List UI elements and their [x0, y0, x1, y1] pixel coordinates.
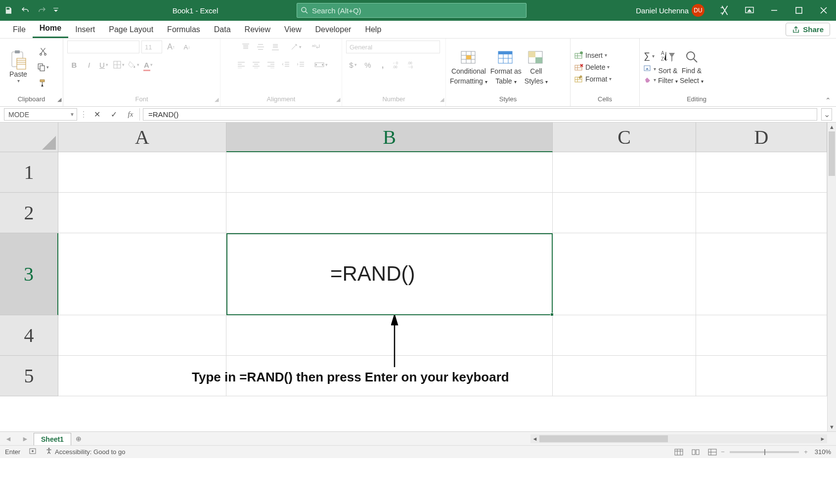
vscroll-thumb[interactable]: [829, 131, 835, 176]
worksheet-grid[interactable]: A B C D 1 2 3 4 5 =RAND() Type in =RAND(…: [0, 123, 836, 431]
share-button[interactable]: Share: [786, 23, 830, 36]
vertical-scrollbar[interactable]: ▲ ▼: [827, 123, 836, 431]
name-box[interactable]: MODE▼: [4, 108, 77, 121]
cell-b2[interactable]: [226, 193, 553, 233]
increase-decimal-button[interactable]: ←0.00: [391, 58, 404, 71]
sort-filter-button[interactable]: AZ Sort & Filter ▾: [658, 50, 678, 84]
cell-d2[interactable]: [696, 193, 827, 233]
cell-styles-button[interactable]: Cell Styles ▾: [525, 49, 548, 85]
italic-button[interactable]: I: [82, 58, 96, 71]
increase-font-button[interactable]: A↑: [164, 41, 178, 53]
tab-view[interactable]: View: [277, 21, 308, 38]
cell-b1[interactable]: [226, 152, 553, 193]
select-all-corner[interactable]: [0, 123, 58, 152]
close-button[interactable]: [811, 0, 836, 21]
horizontal-scrollbar[interactable]: ◄ ►: [530, 434, 827, 443]
user-name[interactable]: Daniel Uchenna: [636, 6, 692, 15]
fill-color-button[interactable]: ▾: [127, 58, 140, 71]
sheet-tab-sheet1[interactable]: Sheet1: [34, 433, 71, 445]
format-painter-button[interactable]: [36, 77, 50, 89]
align-center-button[interactable]: [249, 58, 263, 71]
qat-undo-button[interactable]: [17, 0, 34, 21]
align-middle-button[interactable]: [254, 41, 267, 53]
column-header-a[interactable]: A: [58, 123, 226, 152]
cell-d3[interactable]: [696, 233, 827, 315]
format-cells-button[interactable]: Format ▾: [574, 75, 612, 83]
find-select-button[interactable]: Find & Select ▾: [680, 50, 704, 84]
cell-a3[interactable]: [58, 233, 226, 315]
tab-home[interactable]: Home: [33, 20, 68, 38]
scroll-left-button[interactable]: ◄: [530, 436, 539, 442]
scroll-down-button[interactable]: ▼: [828, 422, 836, 431]
tab-file[interactable]: File: [6, 21, 33, 38]
zoom-slider[interactable]: [730, 451, 799, 453]
tab-insert[interactable]: Insert: [68, 21, 102, 38]
column-header-c[interactable]: C: [553, 123, 696, 152]
increase-indent-button[interactable]: [294, 58, 308, 71]
align-top-button[interactable]: [239, 41, 253, 53]
column-header-b[interactable]: B: [226, 123, 553, 152]
minimize-button[interactable]: [762, 0, 787, 21]
clear-button[interactable]: ▾: [644, 76, 656, 83]
cell-d5[interactable]: [696, 356, 827, 396]
fill-button[interactable]: ▾: [644, 65, 656, 72]
formula-input[interactable]: =RAND(): [143, 108, 817, 121]
autosum-button[interactable]: ∑▾: [644, 51, 656, 61]
enter-formula-button[interactable]: ✓: [108, 109, 120, 121]
normal-view-button[interactable]: [671, 447, 686, 457]
row-header-3[interactable]: 3: [0, 233, 58, 315]
sheet-nav-prev[interactable]: ◄: [0, 435, 17, 443]
align-left-button[interactable]: [234, 58, 248, 71]
tab-review[interactable]: Review: [238, 21, 277, 38]
cut-button[interactable]: [36, 45, 50, 58]
wrap-text-button[interactable]: ab: [310, 41, 324, 53]
collapse-ribbon-button[interactable]: ⌃: [825, 96, 831, 104]
accessibility-icon[interactable]: [45, 447, 53, 457]
cancel-formula-button[interactable]: ✕: [91, 109, 103, 121]
qat-save-button[interactable]: [0, 0, 17, 21]
copy-button[interactable]: ▾: [36, 61, 50, 74]
qat-redo-button[interactable]: [34, 0, 50, 21]
align-bottom-button[interactable]: [268, 41, 282, 53]
maximize-button[interactable]: [787, 0, 811, 21]
bold-button[interactable]: B: [67, 58, 81, 71]
ribbon-mode-button[interactable]: [737, 0, 762, 21]
insert-cells-button[interactable]: Insert ▾: [574, 51, 612, 59]
number-format-combo[interactable]: General: [346, 41, 440, 53]
number-launcher[interactable]: ◢: [440, 96, 444, 103]
row-header-5[interactable]: 5: [0, 356, 58, 396]
format-as-table-button[interactable]: Format as Table ▾: [490, 49, 522, 85]
cell-c1[interactable]: [553, 152, 696, 193]
sheet-nav-next[interactable]: ►: [17, 435, 34, 443]
comma-format-button[interactable]: ,: [376, 58, 390, 71]
tab-help[interactable]: Help: [358, 21, 388, 38]
merge-center-button[interactable]: ▾: [314, 58, 328, 71]
decrease-font-button[interactable]: A↓: [180, 41, 194, 53]
font-color-button[interactable]: A▾: [141, 58, 155, 71]
new-sheet-button[interactable]: ⊕: [71, 435, 86, 443]
insert-function-button[interactable]: fx: [125, 109, 136, 121]
cell-c2[interactable]: [553, 193, 696, 233]
cell-a4[interactable]: [58, 315, 226, 356]
column-header-d[interactable]: D: [696, 123, 827, 152]
borders-button[interactable]: ▾: [112, 58, 126, 71]
clipboard-launcher[interactable]: ◢: [57, 96, 61, 103]
cell-a1[interactable]: [58, 152, 226, 193]
search-box[interactable]: Search (Alt+Q): [297, 3, 527, 18]
scroll-up-button[interactable]: ▲: [828, 123, 836, 131]
percent-format-button[interactable]: %: [361, 58, 375, 71]
cell-d4[interactable]: [696, 315, 827, 356]
user-avatar[interactable]: DU: [692, 4, 704, 17]
cell-c4[interactable]: [553, 315, 696, 356]
hscroll-thumb[interactable]: [539, 435, 668, 442]
alignment-launcher[interactable]: ◢: [336, 96, 340, 103]
accounting-format-button[interactable]: $▾: [346, 58, 360, 71]
delete-cells-button[interactable]: Delete ▾: [574, 63, 612, 71]
conditional-formatting-button[interactable]: Conditional Formatting ▾: [450, 49, 487, 85]
macro-record-icon[interactable]: [29, 448, 37, 456]
row-header-1[interactable]: 1: [0, 152, 58, 193]
font-name-combo[interactable]: [67, 41, 139, 53]
scroll-right-button[interactable]: ►: [818, 436, 827, 442]
paste-button[interactable]: Paste ▾: [4, 50, 33, 84]
cell-c5[interactable]: [553, 356, 696, 396]
